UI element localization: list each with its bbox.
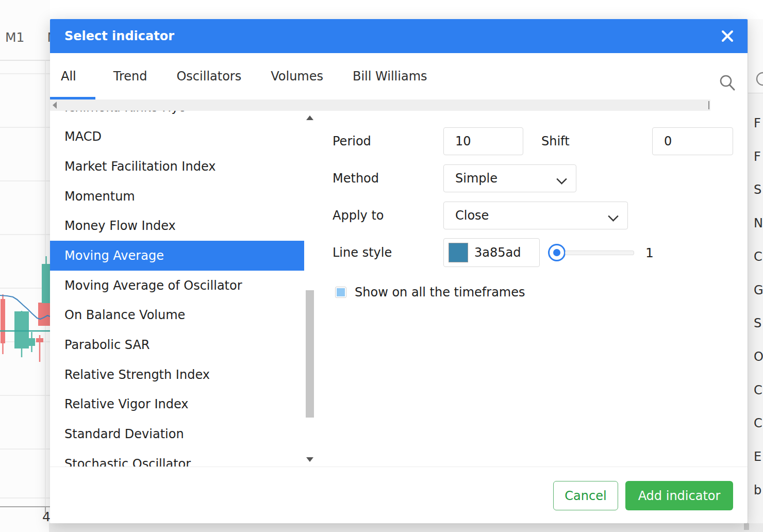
line-width-slider-track[interactable] — [565, 251, 634, 255]
scroll-down-arrow-icon[interactable] — [306, 457, 313, 462]
list-vertical-scrollbar[interactable] — [304, 111, 316, 467]
method-select[interactable]: Simple — [443, 164, 576, 192]
chevron-down-icon — [608, 211, 619, 222]
color-hex-value: 3a85ad — [474, 245, 521, 260]
apply-to-select[interactable]: Close — [443, 202, 628, 229]
tab-oscillators[interactable]: Oscillators — [176, 69, 241, 84]
sidebar-search-icon[interactable] — [748, 19, 763, 93]
candlestick-chart — [0, 0, 50, 532]
list-item[interactable]: Momentum — [50, 181, 304, 211]
timeframe-button-m1[interactable]: M1 — [5, 30, 24, 51]
method-label: Method — [333, 164, 379, 192]
right-sidebar-header — [748, 19, 763, 93]
cancel-button[interactable]: Cancel — [553, 481, 618, 510]
shift-value: 0 — [664, 134, 672, 148]
sidebar-item[interactable]: C — [754, 416, 762, 430]
background-chart-area — [0, 0, 50, 532]
list-item[interactable]: Money Flow Index — [50, 211, 304, 241]
tab-all[interactable]: All — [61, 69, 76, 84]
list-item[interactable]: Parabolic SAR — [50, 330, 304, 360]
list-item[interactable]: Moving Average of Oscillator — [50, 271, 304, 301]
sidebar-item[interactable]: S — [754, 182, 761, 197]
list-item[interactable]: Relative Strength Index — [50, 360, 304, 390]
search-icon[interactable] — [718, 73, 737, 93]
shift-label: Shift — [541, 127, 570, 155]
apply-to-label: Apply to — [333, 202, 384, 229]
dialog-title: Select indicator — [64, 19, 174, 53]
method-value: Simple — [455, 171, 497, 186]
sidebar-item[interactable]: G — [754, 283, 763, 297]
line-color-picker[interactable]: 3a85ad — [443, 238, 540, 267]
tab-volumes[interactable]: Volumes — [271, 69, 323, 84]
list-item[interactable]: Moving Average — [50, 241, 304, 271]
line-width-slider-thumb[interactable] — [548, 244, 566, 261]
footer-divider — [50, 467, 748, 467]
slider-dot — [553, 249, 560, 256]
shift-input[interactable]: 0 — [652, 127, 733, 155]
close-icon[interactable] — [719, 27, 736, 45]
sidebar-item[interactable]: O — [754, 350, 763, 364]
page-bottom-bar — [49, 523, 763, 532]
sidebar-item[interactable]: F — [754, 149, 761, 164]
line-width-value: 1 — [645, 245, 654, 260]
timeframe-bar: M1 M — [0, 30, 55, 51]
chevron-down-icon — [556, 174, 567, 185]
show-all-timeframes-label: Show on all the timeframes — [355, 285, 525, 300]
indicator-settings-pane: Period 10 Shift 0 Method Simple Apply to… — [316, 111, 748, 467]
select-indicator-dialog: Select indicator AllTrendOscillatorsVolu… — [50, 19, 748, 523]
indicator-list: Ichimoku Kinko HyoMACDMarket Facilitatio… — [50, 111, 304, 467]
list-item[interactable]: On Balance Volume — [50, 301, 304, 330]
sidebar-item[interactable]: b — [754, 483, 761, 497]
checkbox-checked-fill — [337, 288, 345, 296]
list-item[interactable]: Standard Deviation — [50, 419, 304, 449]
period-label: Period — [333, 127, 371, 155]
tab-bar: AllTrendOscillatorsVolumesBill Williams — [50, 53, 748, 99]
list-item[interactable]: Ichimoku Kinko Hyo — [50, 111, 304, 122]
tab-trend[interactable]: Trend — [113, 69, 147, 84]
period-value: 10 — [455, 134, 471, 148]
period-input[interactable]: 10 — [443, 127, 523, 155]
show-all-timeframes-checkbox[interactable] — [335, 287, 346, 298]
sidebar-item[interactable]: C — [754, 383, 762, 397]
sidebar-item[interactable]: F — [754, 116, 761, 130]
right-sidebar — [748, 19, 763, 523]
tab-bill-williams[interactable]: Bill Williams — [353, 69, 427, 84]
vertical-scrollbar-thumb[interactable] — [306, 290, 314, 418]
scroll-up-arrow-icon[interactable] — [306, 115, 313, 120]
dialog-header: Select indicator — [50, 19, 748, 53]
color-swatch — [449, 243, 468, 262]
show-all-timeframes-row[interactable]: Show on all the timeframes — [335, 285, 525, 300]
sidebar-item[interactable]: N — [754, 216, 763, 230]
apply-to-value: Close — [455, 208, 489, 223]
x-axis-tick-label: 4 — [42, 509, 51, 524]
tab-horizontal-scrollbar[interactable] — [50, 99, 710, 111]
list-item[interactable]: Relative Vigor Index — [50, 390, 304, 420]
scroll-left-arrow-icon[interactable] — [53, 102, 57, 109]
sidebar-item[interactable]: E — [754, 450, 761, 464]
list-item[interactable]: Stochastic Oscillator — [50, 449, 304, 467]
horizontal-scrollbar-thumb[interactable] — [708, 101, 709, 109]
list-item[interactable]: MACD — [50, 122, 304, 152]
sidebar-item[interactable]: S — [754, 316, 761, 330]
add-indicator-button[interactable]: Add indicator — [625, 481, 733, 510]
sidebar-item[interactable]: C — [754, 250, 762, 264]
list-item[interactable]: Market Facilitation Index — [50, 152, 304, 181]
line-style-label: Line style — [333, 239, 392, 267]
